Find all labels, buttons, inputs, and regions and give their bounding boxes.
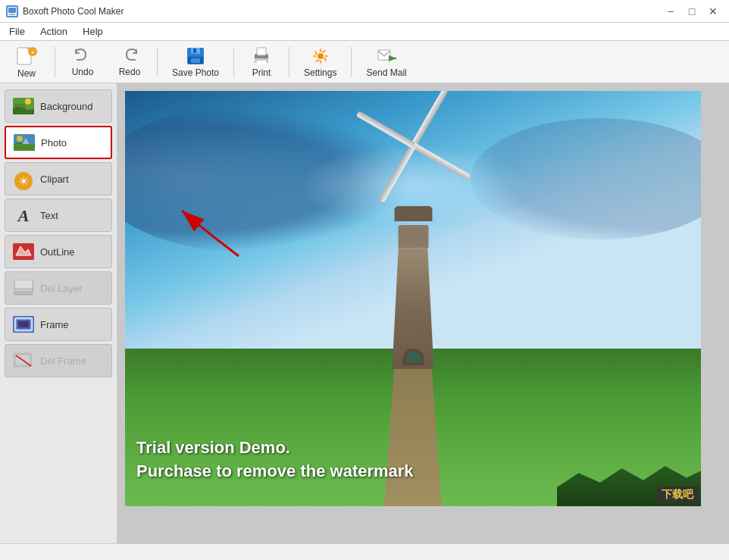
svg-rect-34 bbox=[14, 280, 33, 289]
minimize-button[interactable]: − bbox=[661, 4, 681, 19]
save-photo-label: Save Photo bbox=[172, 67, 219, 78]
frame-label: Frame bbox=[40, 319, 69, 330]
send-mail-label: Send Mail bbox=[366, 67, 406, 78]
undo-button[interactable]: Undo bbox=[60, 44, 105, 80]
sidebar-item-text[interactable]: A Text bbox=[5, 199, 112, 232]
save-photo-button[interactable]: Save Photo bbox=[162, 44, 229, 80]
watermark-text: Trial version Demo. Purchase to remove t… bbox=[136, 436, 414, 483]
settings-label: Settings bbox=[304, 67, 336, 78]
undo-label: Undo bbox=[72, 67, 94, 77]
watermark-line2: Purchase to remove the watermark bbox=[136, 460, 414, 483]
separator-2 bbox=[157, 47, 158, 77]
new-button[interactable]: + New bbox=[3, 44, 50, 80]
app-title: Boxoft Photo Cool Maker bbox=[23, 6, 124, 17]
print-icon bbox=[251, 46, 272, 66]
save-icon bbox=[185, 46, 206, 66]
photo-icon bbox=[14, 134, 35, 151]
windmill-top bbox=[398, 225, 428, 248]
settings-button[interactable]: Settings bbox=[294, 44, 346, 80]
sidebar-item-del-frame[interactable]: Del Frame bbox=[5, 344, 112, 377]
windmill-tower bbox=[393, 248, 434, 369]
svg-text:A: A bbox=[17, 206, 30, 225]
clipart-icon: ☀ bbox=[13, 171, 34, 187]
menu-file[interactable]: File bbox=[3, 24, 31, 39]
windmill bbox=[393, 210, 434, 369]
photo-label: Photo bbox=[41, 137, 67, 149]
sidebar: Background Photo ☀ Clipart A Text bbox=[0, 83, 117, 543]
settings-icon bbox=[310, 46, 331, 66]
separator-4 bbox=[289, 47, 289, 77]
svg-text:+: + bbox=[31, 49, 35, 56]
del-frame-label: Del Frame bbox=[40, 355, 86, 367]
separator-3 bbox=[233, 47, 234, 77]
windmill-cap bbox=[394, 206, 432, 221]
sidebar-item-del-layer[interactable]: Del Layer bbox=[5, 271, 112, 305]
new-label: New bbox=[17, 68, 36, 79]
sendmail-icon bbox=[376, 46, 397, 66]
svg-rect-12 bbox=[191, 58, 200, 63]
menu-help[interactable]: Help bbox=[77, 24, 109, 39]
outline-label: OutLine bbox=[40, 246, 75, 258]
svg-point-19 bbox=[318, 54, 323, 58]
print-button[interactable]: Print bbox=[239, 44, 284, 80]
svg-rect-16 bbox=[257, 61, 266, 64]
sidebar-item-frame[interactable]: Frame bbox=[5, 308, 112, 341]
svg-rect-20 bbox=[378, 50, 390, 60]
maximize-button[interactable]: □ bbox=[682, 4, 702, 19]
background-label: Background bbox=[40, 101, 92, 112]
svg-line-39 bbox=[16, 355, 31, 366]
status-bar bbox=[0, 543, 729, 560]
photo-canvas: Trial version Demo. Purchase to remove t… bbox=[125, 91, 701, 506]
svg-rect-10 bbox=[193, 48, 196, 53]
svg-rect-1 bbox=[8, 8, 16, 13]
title-bar-left: Boxoft Photo Cool Maker bbox=[6, 5, 124, 17]
outline-icon bbox=[13, 243, 34, 260]
new-icon: + bbox=[16, 45, 37, 67]
redo-label: Redo bbox=[119, 67, 141, 77]
del-layer-icon bbox=[13, 280, 34, 296]
frame-icon bbox=[13, 316, 34, 333]
redo-button[interactable]: Redo bbox=[107, 44, 152, 80]
text-label: Text bbox=[40, 210, 58, 221]
sidebar-item-photo[interactable]: Photo bbox=[5, 126, 112, 159]
watermark-line1: Trial version Demo. bbox=[136, 436, 414, 460]
windmill-arch bbox=[402, 349, 424, 365]
send-mail-button[interactable]: Send Mail bbox=[356, 44, 416, 80]
text-icon: A bbox=[13, 207, 34, 224]
svg-point-17 bbox=[264, 55, 268, 58]
app-icon bbox=[6, 5, 18, 17]
toolbar: + New Undo Redo Save Photo Print bbox=[0, 41, 729, 83]
undo-icon bbox=[72, 47, 93, 65]
close-button[interactable]: ✕ bbox=[703, 4, 723, 19]
separator-1 bbox=[55, 47, 55, 77]
svg-rect-14 bbox=[257, 48, 266, 55]
sidebar-item-background[interactable]: Background bbox=[5, 89, 112, 123]
menu-bar: File Action Help bbox=[0, 23, 729, 41]
print-label: Print bbox=[252, 67, 271, 78]
svg-point-27 bbox=[17, 136, 23, 142]
del-layer-label: Del Layer bbox=[40, 283, 83, 294]
background-icon bbox=[13, 98, 34, 114]
svg-rect-37 bbox=[18, 321, 29, 327]
separator-5 bbox=[351, 47, 352, 77]
window-controls: − □ ✕ bbox=[661, 4, 723, 19]
main-area: Background Photo ☀ Clipart A Text bbox=[0, 83, 729, 543]
redo-icon bbox=[119, 47, 140, 65]
svg-point-25 bbox=[25, 99, 31, 105]
menu-action[interactable]: Action bbox=[34, 24, 74, 39]
title-bar: Boxoft Photo Cool Maker − □ ✕ bbox=[0, 0, 729, 23]
sidebar-item-outline[interactable]: OutLine bbox=[5, 235, 112, 268]
svg-rect-2 bbox=[9, 14, 15, 15]
canvas-area: Trial version Demo. Purchase to remove t… bbox=[117, 83, 729, 543]
watermark-badge: 下载吧 bbox=[657, 486, 698, 503]
clipart-label: Clipart bbox=[40, 174, 69, 185]
svg-text:☀: ☀ bbox=[18, 175, 29, 188]
sidebar-item-clipart[interactable]: ☀ Clipart bbox=[5, 162, 112, 196]
del-frame-icon bbox=[13, 352, 34, 369]
